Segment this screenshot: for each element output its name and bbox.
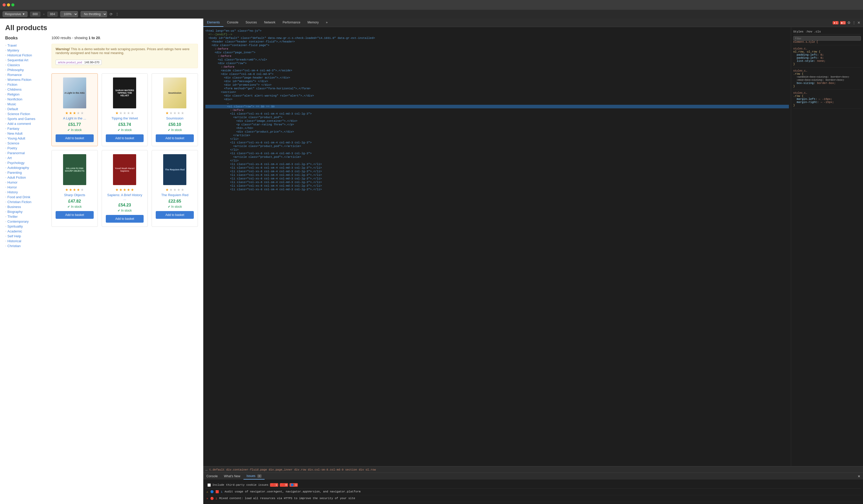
dom-line[interactable]: <li class="col-xs-6 col-sm-4 col-md-3 co… xyxy=(205,184,789,188)
sidebar-link-psychology[interactable]: Psychology xyxy=(8,161,24,165)
sidebar-link-womens-fiction[interactable]: Womens Fiction xyxy=(8,78,32,81)
dom-line[interactable]: <li class="col-xs-6 col-sm-4 col-md-3 co… xyxy=(205,169,789,173)
sidebar-link-add-a-comment[interactable]: Add a comment xyxy=(8,122,31,126)
dom-line[interactable]: <div class="alert alert-warning" role="a… xyxy=(205,94,789,98)
dom-line[interactable]: <article class="product_pod"> xyxy=(205,116,789,119)
dom-line[interactable]: <p class="star-rating Three">…</p> xyxy=(205,123,789,126)
dom-line[interactable]: <header class="header container-fluid">…… xyxy=(205,40,789,43)
dom-line[interactable]: <div class="product_price">…</div> xyxy=(205,130,789,134)
sidebar-link-classics[interactable]: Classics xyxy=(8,63,20,67)
bc-7[interactable]: div xyxy=(359,468,364,471)
dom-line[interactable]: <li class="col-xs-6 col-sm-4 col-md-3 co… xyxy=(205,152,789,155)
tab-more[interactable]: » xyxy=(322,18,331,27)
dom-line[interactable]: ::before xyxy=(205,109,789,112)
dom-line[interactable]: <li class="col-xs-6 col-sm-4 col-md-3 co… xyxy=(205,177,789,180)
tab-memory[interactable]: Memory xyxy=(304,18,322,27)
sidebar-link-young-adult[interactable]: Young Adult xyxy=(8,136,25,140)
dom-line[interactable]: <li class="col-xs-6 col-sm-4 col-md-3 co… xyxy=(205,180,789,184)
bc-5[interactable]: div.col-sm-8.col-md-9 xyxy=(308,468,343,471)
sidebar-link-mystery[interactable]: Mystery xyxy=(8,48,19,52)
orientation-icon[interactable]: ⟳ xyxy=(110,12,113,16)
dom-line[interactable]: </li> xyxy=(205,148,789,152)
throttle-selector[interactable]: No throttling xyxy=(80,11,107,17)
product-title-link[interactable]: Sapiens: A Brief History ... xyxy=(106,193,144,201)
sidebar-link-science-fiction[interactable]: Science Fiction xyxy=(8,112,30,116)
dom-line[interactable]: <article class="product_pod">…</article> xyxy=(205,144,789,148)
dom-line[interactable]: <li class="col-xs-6 col-sm-4 col-md-3 co… xyxy=(205,166,789,169)
dom-line[interactable]: <form method="get" class="form-horizonta… xyxy=(205,87,789,90)
sidebar-link-christian-fiction[interactable]: Christian Fiction xyxy=(8,200,32,204)
bottom-panel-close[interactable]: ✕ xyxy=(855,473,863,480)
sidebar-link-new-adult[interactable]: New Adult xyxy=(8,131,23,135)
product-title-link[interactable]: A Light in the ... xyxy=(63,116,86,120)
sidebar-link-spirituality[interactable]: Spirituality xyxy=(8,225,23,228)
dom-line[interactable]: <html lang="en-us" class="no-js"> xyxy=(205,29,789,33)
tab-performance[interactable]: Performance xyxy=(279,18,304,27)
bc-6[interactable]: section xyxy=(345,468,357,471)
dom-line[interactable]: <li class="col-xs-6 col-sm-4 col-md-3 co… xyxy=(205,141,789,144)
devtools-close-icon[interactable]: ✕ xyxy=(857,21,860,25)
sidebar-link-travel[interactable]: Travel xyxy=(8,43,17,47)
sidebar-link-fiction[interactable]: Fiction xyxy=(8,83,17,87)
sidebar-link-thriller[interactable]: Thriller xyxy=(8,215,18,218)
bc-2[interactable]: div.container-fluid.page xyxy=(226,468,267,471)
add-to-basket-button[interactable]: Add to basket xyxy=(55,211,94,219)
dom-line[interactable]: <div id="promotions"> </div> xyxy=(205,83,789,87)
dom-line[interactable]: <li class="col-xs-6 col-sm-4 col-md-3 co… xyxy=(205,173,789,177)
dom-line[interactable]: <li class="col-xs-6 col-sm-4 col-md-3 co… xyxy=(205,112,789,116)
bc-4[interactable]: div.row xyxy=(294,468,306,471)
sidebar-link-sequential-art[interactable]: Sequential Art xyxy=(8,58,28,62)
add-to-basket-button[interactable]: Add to basket xyxy=(106,215,144,223)
sidebar-link-nonfiction[interactable]: Nonfiction xyxy=(8,97,22,101)
dom-line[interactable]: ::before xyxy=(205,65,789,69)
sidebar-link-fantasy[interactable]: Fantasy xyxy=(8,127,19,130)
bc-1[interactable]: t.default xyxy=(209,468,224,471)
sidebar-link-art[interactable]: Art xyxy=(8,156,12,160)
dom-line[interactable]: <ul class="breadcrumb">…</ul> xyxy=(205,58,789,62)
close-button[interactable] xyxy=(3,3,6,7)
responsive-selector[interactable]: Responsive ▼ xyxy=(3,11,27,17)
dom-line[interactable]: <div id="messages"> </div> xyxy=(205,79,789,83)
dom-line[interactable]: <div class="page-header action">…</div> xyxy=(205,76,789,79)
sidebar-link-horror[interactable]: Horror xyxy=(8,185,17,189)
sidebar-link-paranormal[interactable]: Paranormal xyxy=(8,151,25,155)
sidebar-link-historical[interactable]: Historical xyxy=(8,239,21,243)
sidebar-link-contemporary[interactable]: Contemporary xyxy=(8,219,28,224)
sidebar-link-music[interactable]: Music xyxy=(8,102,16,106)
tab-elements[interactable]: Elements xyxy=(203,18,223,27)
sidebar-link-philosophy[interactable]: Philosophy xyxy=(8,68,24,72)
dom-line[interactable]: ::before xyxy=(205,54,789,58)
dom-line[interactable]: <div class="page_inner"> xyxy=(205,51,789,54)
sidebar-link-romance[interactable]: Romance xyxy=(8,73,22,77)
sidebar-link-autobiography[interactable]: Autobiography xyxy=(8,166,29,169)
dom-line[interactable]: <div> xyxy=(205,98,789,101)
dom-line[interactable]: </li> xyxy=(205,137,789,141)
sidebar-link-poetry[interactable]: Poetry xyxy=(8,146,17,150)
sidebar-link-historical-fiction[interactable]: Historical Fiction xyxy=(8,53,32,57)
tab-issues[interactable]: Issues × xyxy=(243,473,265,480)
product-title-link[interactable]: Tipping the Velvet xyxy=(111,116,138,120)
tab-console[interactable]: Console xyxy=(223,18,242,27)
sidebar-link-self-help[interactable]: Self Help xyxy=(8,234,21,238)
sidebar-link-academic[interactable]: Academic xyxy=(8,229,22,233)
include-cookies-checkbox[interactable] xyxy=(208,483,211,487)
dom-line[interactable]: <section> xyxy=(205,90,789,94)
sidebar-link-parenting[interactable]: Parenting xyxy=(8,171,22,175)
sidebar-link-history[interactable]: History xyxy=(8,190,18,194)
sidebar-link-adult-fiction[interactable]: Adult Fiction xyxy=(8,176,26,179)
dom-line[interactable]: </article> xyxy=(205,134,789,137)
add-to-basket-button[interactable]: Add to basket xyxy=(106,134,144,142)
minimize-button[interactable] xyxy=(7,3,10,7)
sidebar-link-sports-and-games[interactable]: Sports and Games xyxy=(8,117,35,121)
sidebar-link-religion[interactable]: Religion xyxy=(8,92,20,96)
bc-3[interactable]: div.page_inner xyxy=(269,468,292,471)
tab-whatsnew[interactable]: What's New xyxy=(221,473,243,479)
tab-network[interactable]: Network xyxy=(261,18,279,27)
styles-filter-input[interactable] xyxy=(793,36,861,41)
product-title-link[interactable]: Sharp Objects xyxy=(64,193,85,197)
dom-line[interactable]: </li> xyxy=(205,159,789,162)
product-title-link[interactable]: Soumission xyxy=(166,116,184,120)
dom-line[interactable]: … xyxy=(205,101,789,105)
add-to-basket-button[interactable]: Add to basket xyxy=(55,134,94,142)
more-options-icon[interactable]: ⋮ xyxy=(115,12,119,16)
